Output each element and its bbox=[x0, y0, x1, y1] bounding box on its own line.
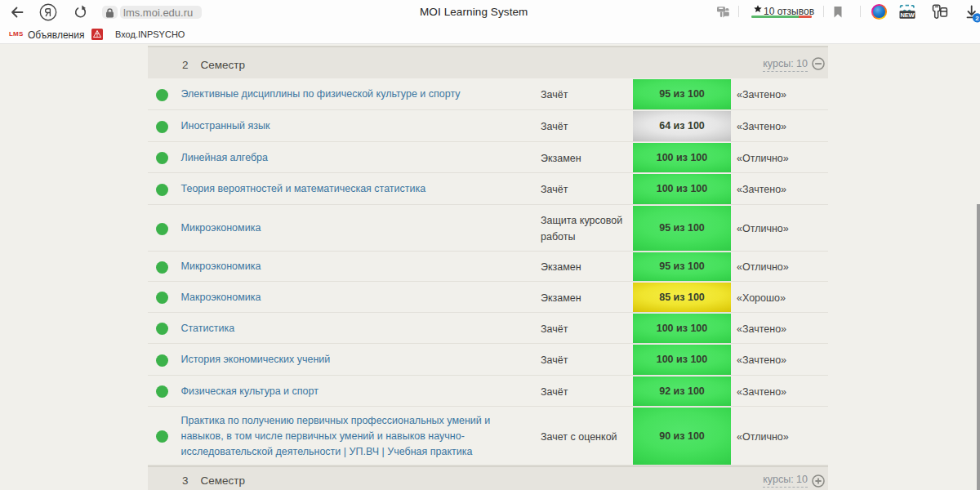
svg-text:NEW: NEW bbox=[900, 11, 915, 19]
svg-text:2: 2 bbox=[975, 15, 979, 22]
